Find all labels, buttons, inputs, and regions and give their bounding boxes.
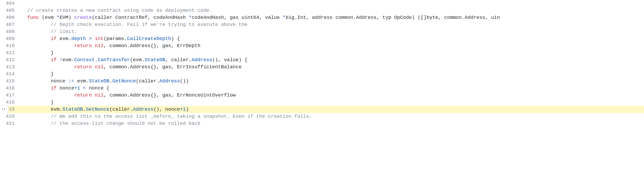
gutter bbox=[19, 14, 25, 21]
token-ident bbox=[27, 29, 51, 35]
token-keyword: int bbox=[95, 36, 104, 42]
line-number[interactable]: 417 bbox=[0, 92, 19, 99]
code-line: 417 return nil, common.Address{}, gas, E… bbox=[0, 92, 644, 99]
token-type-name: StateDB bbox=[89, 78, 110, 84]
token-ident: (), value) { bbox=[212, 57, 248, 63]
line-number[interactable]: 412 bbox=[0, 57, 19, 64]
token-comment: // the access-list change should not be … bbox=[51, 121, 201, 126]
line-number[interactable]: 419•• bbox=[0, 106, 19, 113]
code-line-content[interactable] bbox=[25, 0, 644, 7]
token-type-name: CanTransfer bbox=[98, 57, 130, 63]
code-line-content[interactable]: if nonce+1 < nonce { bbox=[25, 85, 644, 92]
token-ident: ()) bbox=[180, 78, 189, 84]
token-ident: evm. bbox=[74, 78, 89, 84]
code-line: 408 // limit. bbox=[0, 28, 644, 35]
code-line: 405// create creates a new contract usin… bbox=[0, 7, 644, 14]
token-ident: ) { bbox=[171, 36, 180, 42]
token-keyword: return bbox=[74, 64, 92, 70]
code-line: 410 return nil, common.Address{}, gas, E… bbox=[0, 42, 644, 49]
gutter bbox=[19, 57, 25, 64]
line-number[interactable]: 421 bbox=[0, 120, 19, 127]
code-line: 420 // We add this to the access list _b… bbox=[0, 113, 644, 120]
line-number[interactable]: 414 bbox=[0, 71, 19, 78]
code-line-content[interactable]: return nil, common.Address{}, gas, ErrIn… bbox=[25, 64, 644, 71]
token-ident bbox=[27, 92, 74, 98]
token-ident: ) bbox=[186, 106, 189, 112]
line-number[interactable]: 416 bbox=[0, 85, 19, 92]
token-ident bbox=[57, 57, 59, 63]
token-operator: * bbox=[283, 15, 286, 20]
code-line-content[interactable]: // Depth check execution. Fail if we're … bbox=[25, 21, 644, 28]
line-number[interactable]: 406 bbox=[0, 14, 19, 21]
gutter bbox=[19, 113, 25, 120]
code-line: 416 if nonce+1 < nonce { bbox=[0, 85, 644, 92]
code-line-content[interactable]: return nil, common.Address{}, gas, ErrNo… bbox=[25, 92, 644, 99]
line-number[interactable]: 405 bbox=[0, 7, 19, 14]
token-operator: > bbox=[89, 36, 92, 42]
line-number[interactable]: 407 bbox=[0, 21, 19, 28]
line-number[interactable]: 418 bbox=[0, 99, 19, 106]
token-ident: , common.Address{}, gas, ErrInsufficient… bbox=[104, 64, 242, 70]
token-comment: // limit. bbox=[51, 29, 77, 35]
token-ident bbox=[27, 36, 51, 42]
code-line-content[interactable]: evm.StateDB.SetNonce(caller.Address(), n… bbox=[25, 106, 644, 113]
code-line: 418 } bbox=[0, 99, 644, 106]
token-keyword: return bbox=[74, 43, 92, 49]
token-operator: * bbox=[57, 15, 59, 20]
code-line-content[interactable]: func (evm *EVM) create(caller ContractRe… bbox=[25, 14, 644, 21]
token-ident: , common.Address{}, gas, ErrDepth bbox=[104, 43, 201, 49]
code-line-content[interactable]: if evm.depth > int(params.CallCreateDept… bbox=[25, 35, 644, 42]
token-operator: := bbox=[68, 78, 74, 84]
line-number[interactable]: 413 bbox=[0, 64, 19, 71]
token-ident: evm. bbox=[57, 36, 71, 42]
gutter bbox=[19, 49, 25, 57]
code-line: 411 } bbox=[0, 49, 644, 57]
token-ident bbox=[92, 36, 95, 42]
code-line: 407 // Depth check execution. Fail if we… bbox=[0, 21, 644, 28]
code-line-content[interactable]: } bbox=[25, 71, 644, 78]
token-type-name: Context bbox=[74, 57, 95, 63]
gutter bbox=[19, 120, 25, 127]
token-type-name: StateDB bbox=[63, 106, 83, 112]
token-type-name: Address bbox=[159, 78, 180, 84]
gutter bbox=[19, 92, 25, 99]
line-number[interactable]: 409 bbox=[0, 35, 19, 42]
line-number[interactable]: 408 bbox=[0, 28, 19, 35]
token-operator: ! bbox=[59, 57, 62, 63]
token-ident: nonce bbox=[27, 78, 68, 84]
code-line: 409 if evm.depth > int(params.CallCreate… bbox=[0, 35, 644, 42]
line-number[interactable]: 404 bbox=[0, 0, 19, 7]
gutter bbox=[19, 42, 25, 49]
token-comment: // Depth check execution. Fail if we're … bbox=[51, 22, 247, 27]
token-ident: big.Int, address common.Address, typ OpC… bbox=[286, 15, 500, 20]
line-number[interactable]: 410 bbox=[0, 42, 19, 49]
gutter bbox=[19, 35, 25, 42]
token-ident: . bbox=[95, 57, 98, 63]
code-line-content[interactable]: // the access-list change should not be … bbox=[25, 120, 644, 127]
token-ident: EVM) bbox=[59, 15, 74, 20]
token-type-name: SetNonce bbox=[86, 106, 109, 112]
code-line-content[interactable]: if !evm.Context.CanTransfer(evm.StateDB,… bbox=[25, 57, 644, 64]
line-number[interactable]: 420 bbox=[0, 113, 19, 120]
token-number: 1 bbox=[183, 106, 186, 112]
token-ident bbox=[27, 57, 51, 63]
code-line-content[interactable]: nonce := evm.StateDB.GetNonce(caller.Add… bbox=[25, 78, 644, 85]
token-type-name: depth bbox=[71, 36, 86, 42]
code-line-content[interactable]: // We add this to the access list _befor… bbox=[25, 113, 644, 120]
more-actions-icon[interactable]: •• bbox=[0, 106, 8, 113]
code-line-content[interactable]: } bbox=[25, 99, 644, 106]
token-ident: } bbox=[27, 99, 54, 105]
token-ident bbox=[92, 92, 95, 98]
code-line-content[interactable]: // limit. bbox=[25, 28, 644, 35]
line-number[interactable]: 415 bbox=[0, 78, 19, 85]
token-ident: (evm. bbox=[130, 57, 145, 63]
token-ident bbox=[27, 22, 51, 27]
code-line-content[interactable]: // create creates a new contract using c… bbox=[25, 7, 644, 14]
line-number[interactable]: 411 bbox=[0, 49, 19, 57]
token-number: 1 bbox=[77, 85, 80, 91]
token-ident: nonce bbox=[57, 85, 74, 91]
code-line-content[interactable]: } bbox=[25, 49, 644, 57]
token-keyword: nil bbox=[95, 92, 104, 98]
gutter bbox=[19, 21, 25, 28]
code-line-content[interactable]: return nil, common.Address{}, gas, ErrDe… bbox=[25, 42, 644, 49]
